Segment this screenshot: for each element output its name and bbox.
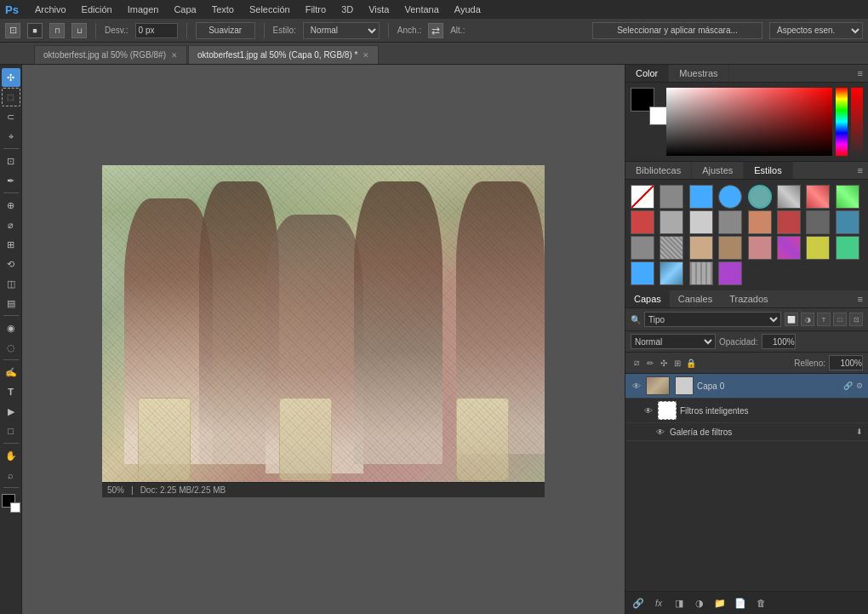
menu-ayuda[interactable]: Ayuda	[452, 4, 483, 14]
tab-oktoberfest1-close[interactable]: ✕	[363, 51, 369, 60]
style-green[interactable]	[836, 236, 859, 260]
mask-icon[interactable]: ◨	[671, 595, 687, 611]
tool-healing[interactable]: ⊕	[2, 196, 20, 215]
color-fg[interactable]	[2, 494, 20, 513]
layer-settings-icon-capa0[interactable]: ⚙	[856, 382, 863, 390]
desv-input[interactable]	[135, 23, 178, 38]
style-red[interactable]	[631, 210, 654, 234]
menu-filtro[interactable]: Filtro	[303, 4, 328, 14]
style-none[interactable]	[631, 185, 654, 209]
menu-3d[interactable]: 3D	[339, 4, 356, 14]
layer-row-capa0[interactable]: 👁 Capa 0 🔗 ⚙	[625, 374, 868, 399]
layer-row-smart-filters[interactable]: 👁 Filtros inteligentes	[625, 399, 868, 423]
tool-lasso[interactable]: ⊂	[2, 107, 20, 126]
style-pattern[interactable]	[660, 236, 683, 260]
filter-type-icon[interactable]: T	[817, 313, 831, 326]
menu-vista[interactable]: Vista	[366, 4, 391, 14]
menu-archivo[interactable]: Archivo	[32, 4, 69, 14]
tool-shape[interactable]: □	[2, 422, 20, 440]
fx-icon[interactable]: fx	[651, 595, 666, 611]
lock-artboard-icon[interactable]: ⊞	[671, 357, 683, 369]
mask-button[interactable]: Seleccionar y aplicar máscara...	[592, 22, 762, 39]
lock-transparency-icon[interactable]: ⧄	[631, 357, 642, 369]
blend-mode-dropdown[interactable]: Normal	[631, 334, 716, 349]
style-multi3[interactable]	[836, 185, 859, 209]
tab-ajustes[interactable]: Ajustes	[692, 162, 744, 179]
options-tool-icon2[interactable]: ■	[27, 23, 43, 38]
color-gradient[interactable]	[666, 88, 832, 156]
tool-pen[interactable]: ✍	[2, 363, 20, 382]
tool-history[interactable]: ⟲	[2, 255, 20, 273]
filter-pixel-icon[interactable]: ⬜	[785, 313, 798, 326]
tool-crop[interactable]: ⊡	[2, 152, 20, 170]
style-multi1[interactable]	[777, 185, 801, 209]
style-blue-dot[interactable]	[718, 185, 742, 209]
lock-paint-icon[interactable]: ✏	[644, 357, 656, 369]
style-multi5[interactable]	[660, 261, 683, 285]
tool-eyedropper[interactable]: ✒	[2, 171, 20, 190]
tool-gradient[interactable]: ▤	[2, 294, 20, 313]
menu-ventana[interactable]: Ventana	[402, 4, 441, 14]
layer-gallery-icon[interactable]: ⬇	[856, 428, 863, 436]
tool-dodge[interactable]: ◌	[2, 338, 20, 357]
tool-type[interactable]: T	[2, 382, 20, 401]
style-dred[interactable]	[777, 210, 801, 234]
style-multi2[interactable]	[806, 185, 830, 209]
color-alpha-slider[interactable]	[851, 88, 863, 156]
opacity-input[interactable]	[762, 334, 796, 349]
panel-tab-muestras[interactable]: Muestras	[669, 65, 728, 82]
filter-adjust-icon[interactable]: ◑	[801, 313, 814, 326]
layer-visibility-smart[interactable]: 👁	[642, 405, 654, 416]
options-tool-icon1[interactable]: ⊡	[5, 23, 20, 38]
style-teal-dot[interactable]	[748, 185, 772, 209]
menu-texto[interactable]: Texto	[209, 4, 237, 14]
options-tool-icon3[interactable]: ⊓	[49, 23, 65, 38]
style-lgray[interactable]	[660, 210, 683, 234]
tool-blur[interactable]: ◉	[2, 318, 20, 337]
lock-all-icon[interactable]: 🔒	[685, 357, 697, 369]
canvas-area[interactable]: 50% | Doc: 2.25 MB/2.25 MB	[22, 65, 625, 614]
style-llgray[interactable]	[689, 210, 713, 234]
style-mgray[interactable]	[631, 236, 654, 260]
layers-panel-menu[interactable]: ≡	[853, 290, 868, 307]
color-hue-slider[interactable]	[836, 88, 848, 156]
tab-estilos[interactable]: Estilos	[744, 162, 792, 179]
style-gold[interactable]	[689, 236, 713, 260]
tool-move[interactable]: ✣	[2, 68, 20, 87]
new-layer-icon[interactable]: 📄	[733, 595, 748, 611]
tab-oktoberfest[interactable]: oktoberfest.jpg al 50% (RGB/8#) ✕	[34, 45, 187, 64]
tab-capas[interactable]: Capas	[625, 290, 670, 307]
menu-edicion[interactable]: Edición	[79, 4, 115, 14]
lib-panel-menu[interactable]: ≡	[853, 162, 868, 179]
style-purple[interactable]	[718, 261, 742, 285]
filter-smart-icon[interactable]: ⊡	[849, 313, 863, 326]
tool-quick-select[interactable]: ⌖	[2, 127, 20, 146]
filter-type-dropdown[interactable]: Tipo	[644, 312, 781, 327]
tool-marquee[interactable]: ⬚	[2, 88, 20, 106]
style-multi4[interactable]	[777, 236, 801, 260]
tab-oktoberfest-close[interactable]: ✕	[171, 51, 178, 60]
tool-zoom[interactable]: ⌕	[2, 466, 20, 485]
style-yellow[interactable]	[806, 236, 830, 260]
options-tool-icon4[interactable]: ⊔	[71, 23, 87, 38]
menu-seleccion[interactable]: Selección	[247, 4, 293, 14]
aspects-dropdown[interactable]: Aspectos esen.	[769, 22, 863, 39]
tab-oktoberfest1[interactable]: oktoberfest1.jpg al 50% (Capa 0, RGB/8) …	[188, 45, 379, 64]
menu-capa[interactable]: Capa	[171, 4, 198, 14]
tool-path-select[interactable]: ▶	[2, 402, 20, 421]
style-pattern2[interactable]	[689, 261, 713, 285]
style-dgray[interactable]	[718, 210, 742, 234]
suavizar-button[interactable]: Suavizar	[196, 22, 255, 39]
style-dkgold[interactable]	[718, 236, 742, 260]
tab-trazados[interactable]: Trazados	[721, 290, 776, 307]
filter-shape-icon[interactable]: □	[833, 313, 847, 326]
style-cyan[interactable]	[689, 185, 713, 209]
color-swatch-bg[interactable]	[649, 106, 668, 125]
layer-visibility-capa0[interactable]: 👁	[631, 380, 642, 392]
link-icon[interactable]: 🔗	[631, 595, 646, 611]
style-pink[interactable]	[748, 236, 772, 260]
layer-visibility-gallery[interactable]: 👁	[654, 426, 666, 438]
delete-layer-icon[interactable]: 🗑	[753, 595, 768, 611]
tab-bibliotecas[interactable]: Bibliotecas	[625, 162, 692, 179]
style-dgray2[interactable]	[806, 210, 830, 234]
